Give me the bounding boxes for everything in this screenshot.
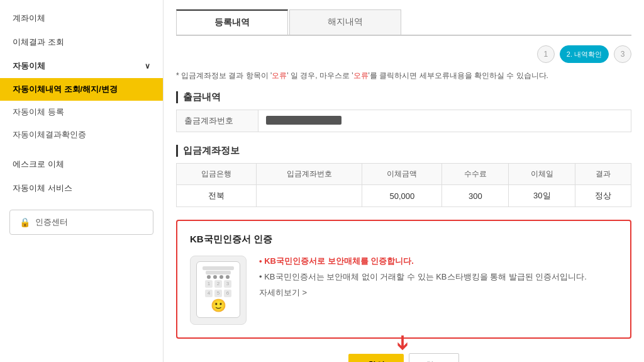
cert-main-text: • KB국민인증서로 보안매체를 인증합니다.: [259, 256, 618, 267]
step-indicator: 1 2. 내역확인 3: [176, 45, 631, 63]
cert-image-inner: 1 2 3 4 5 6 🙂: [196, 261, 240, 318]
cert-title: KB국민인증서 인증: [190, 234, 618, 246]
cell-date: 30일: [509, 185, 575, 207]
table-row: 출금계좌번호: [177, 110, 631, 132]
sidebar-auth-center[interactable]: 🔒 인증센터: [9, 210, 153, 235]
cert-bar-2: [206, 271, 231, 274]
error-highlight-1: 오류: [272, 71, 287, 80]
table-header-row: 입금은행 입금계좌번호 이체금액 수수료 이체일 결과: [177, 164, 631, 185]
sidebar: 계좌이체 이체결과 조회 자동이체 ∨ 자동이체내역 조회/해지/변경 자동이체…: [0, 0, 164, 362]
cell-account: [256, 185, 362, 207]
notice-text: * 입금계좌정보 결과 항목이 '오류' 일 경우, 마우스로 '오류'를 클릭…: [176, 71, 631, 81]
sidebar-item-transfer-result[interactable]: 이체결과 조회: [0, 30, 163, 54]
col-amount: 이체금액: [362, 164, 442, 185]
cell-fee: 300: [442, 185, 509, 207]
cell-result: 정상: [575, 185, 631, 207]
grid-cell: 3: [224, 280, 231, 288]
cert-more-link[interactable]: 자세히보기 >: [259, 288, 307, 297]
lock-icon: 🔒: [19, 217, 30, 227]
masked-account: [266, 116, 341, 125]
step-2: 2. 내역확인: [560, 45, 609, 63]
cert-dots: [207, 275, 230, 279]
dot-1: [207, 275, 211, 279]
withdrawal-section-title: 출금내역: [176, 91, 631, 103]
col-date: 이체일: [509, 164, 575, 185]
col-fee: 수수료: [442, 164, 509, 185]
col-bank: 입금은행: [177, 164, 257, 185]
account-label: 출금계좌번호: [177, 110, 258, 132]
grid-cell: 2: [214, 280, 222, 288]
sidebar-item-account-transfer[interactable]: 계좌이체: [0, 6, 163, 30]
cert-face-icon: 🙂: [211, 298, 226, 313]
error-highlight-2[interactable]: 오류: [353, 71, 369, 80]
cert-bar-1: [203, 266, 234, 270]
withdrawal-table: 출금계좌번호: [176, 110, 631, 132]
cell-bank: 전북: [177, 185, 257, 207]
sidebar-item-auto-transfer-confirm[interactable]: 자동이체결과확인증: [0, 123, 163, 146]
step-1: 1: [537, 45, 555, 63]
dot-4: [226, 275, 230, 279]
grid-cell: 5: [214, 290, 222, 297]
cert-content: 1 2 3 4 5 6 🙂 • KB국민인증서로 보안매체를 인증합니다.: [190, 256, 618, 325]
tab-cancellation[interactable]: 해지내역: [289, 9, 401, 35]
grid-cell: 1: [205, 280, 213, 288]
sidebar-category-auto-transfer[interactable]: 자동이체 ∨: [0, 54, 163, 78]
sidebar-item-auto-transfer-history[interactable]: 자동이체내역 조회/해지/변경: [0, 78, 163, 101]
tab-bar: 등록내역 해지내역: [176, 9, 631, 36]
sidebar-item-auto-transfer-service[interactable]: 자동이체 서비스: [0, 176, 163, 200]
grid-cell: 6: [224, 290, 231, 297]
cert-sub-text: • KB국민인증서는 보안매체 없이 거래할 수 있는 KB스타뱅킹을 통해 발…: [259, 271, 618, 283]
cell-amount: 50,000: [362, 185, 442, 207]
sidebar-item-escrow-transfer[interactable]: 에스크로 이체: [0, 152, 163, 176]
arrow-icon: ➔: [393, 334, 413, 351]
col-account: 입금계좌번호: [256, 164, 362, 185]
cert-image: 1 2 3 4 5 6 🙂: [190, 256, 247, 325]
deposit-section-title: 입금계좌정보: [176, 145, 631, 157]
dot-2: [213, 275, 217, 279]
main-content: 등록내역 해지내역 1 2. 내역확인 3 * 입금계좌정보 결과 항목이 '오…: [164, 0, 644, 362]
col-result: 결과: [575, 164, 631, 185]
account-value: [258, 110, 631, 132]
table-row: 전북 50,000 300 30일 정상: [177, 185, 631, 207]
cert-grid: 1 2 3 4 5 6: [205, 280, 231, 297]
cancel-button[interactable]: 취소: [409, 353, 459, 362]
cert-description: • KB국민인증서로 보안매체를 인증합니다. • KB국민인증서는 보안매체 …: [259, 256, 618, 298]
chevron-down-icon: ∨: [145, 62, 150, 71]
sidebar-item-auto-transfer-register[interactable]: 자동이체 등록: [0, 101, 163, 123]
kb-cert-box: KB국민인증서 인증 1: [176, 220, 631, 339]
grid-cell: 4: [205, 290, 213, 297]
button-row: ➔ 확인 취소: [176, 350, 631, 362]
confirm-button[interactable]: 확인: [348, 354, 404, 362]
deposit-table: 입금은행 입금계좌번호 이체금액 수수료 이체일 결과 전북 50,000 30…: [176, 163, 631, 207]
dot-3: [219, 275, 223, 279]
step-3: 3: [614, 45, 631, 63]
tab-registration[interactable]: 등록내역: [176, 9, 288, 35]
